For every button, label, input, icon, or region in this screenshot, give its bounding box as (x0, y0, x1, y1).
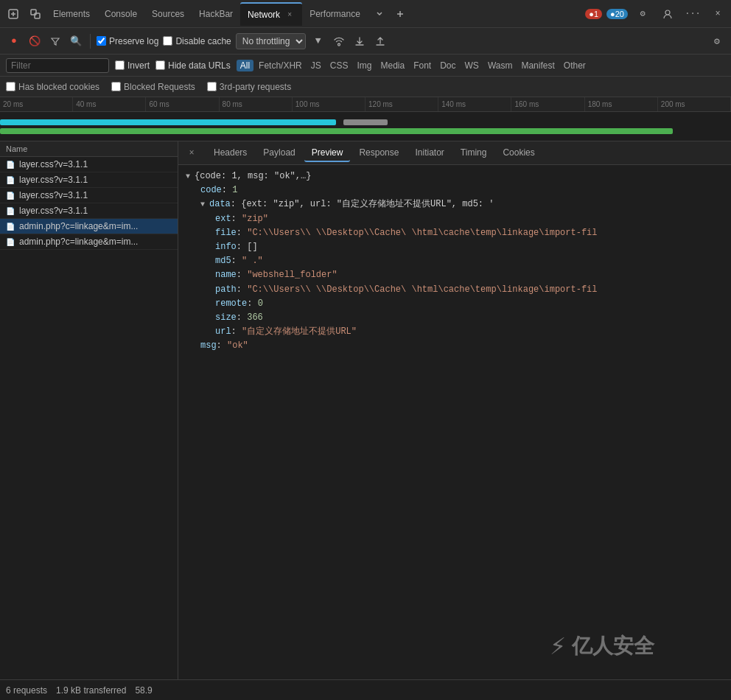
third-party-label[interactable]: 3rd-party requests (207, 82, 291, 92)
timeline-tick: 60 ms (146, 97, 219, 111)
file-name: admin.php?c=linkage&m=im... (19, 221, 138, 231)
preserve-log-label[interactable]: Preserve log (97, 36, 158, 46)
import-button[interactable] (351, 33, 368, 49)
file-item[interactable]: 📄admin.php?c=linkage&m=im... (0, 234, 178, 250)
filter-type-font[interactable]: Font (410, 60, 435, 71)
invert-checkbox[interactable] (115, 60, 125, 70)
filter-type-fetch/xhr[interactable]: Fetch/XHR (255, 60, 306, 71)
timeline-tick: 100 ms (293, 97, 366, 111)
timeline-tick: 160 ms (511, 97, 584, 111)
filter-icon[interactable] (47, 33, 63, 49)
file-list: 📄layer.css?v=3.1.1📄layer.css?v=3.1.1📄lay… (0, 157, 178, 679)
filter-type-css[interactable]: CSS (326, 60, 352, 71)
third-party-checkbox[interactable] (207, 82, 217, 91)
hide-data-urls-label[interactable]: Hide data URLs (155, 60, 231, 71)
timeline-tick: 140 ms (438, 97, 511, 111)
preserve-log-checkbox[interactable] (97, 36, 106, 46)
throttle-select[interactable]: No throttling (236, 33, 306, 49)
json-line: code: 1 (186, 183, 724, 197)
json-line: info: [] (186, 240, 724, 254)
file-item[interactable]: 📄layer.css?v=3.1.1 (0, 157, 178, 172)
invert-label[interactable]: Invert (115, 60, 150, 71)
file-name: admin.php?c=linkage&m=im... (19, 237, 138, 247)
requests-count: 6 requests (6, 685, 47, 696)
clear-button[interactable]: 🚫 (27, 33, 43, 49)
disable-cache-label[interactable]: Disable cache (163, 36, 231, 46)
blocked-requests-checkbox[interactable] (111, 82, 121, 91)
filter-type-manifest[interactable]: Manifest (517, 60, 558, 71)
filter-type-media[interactable]: Media (377, 60, 408, 71)
blocked-cookies-label[interactable]: Has blocked cookies (6, 82, 99, 92)
json-line: remote: 0 (186, 297, 724, 311)
transferred-size: 1.9 kB transferred (56, 685, 126, 696)
filter-type-js[interactable]: JS (307, 60, 325, 71)
json-line: ▼ {code: 1, msg: "ok",…} (186, 169, 724, 183)
detail-tab-payload[interactable]: Payload (256, 144, 302, 162)
file-name: layer.css?v=3.1.1 (19, 206, 88, 216)
tab-network-close[interactable]: × (284, 10, 295, 20)
new-tab-icon[interactable] (390, 4, 410, 24)
timeline-bars (0, 112, 731, 141)
tab-performance[interactable]: Performance (302, 2, 368, 26)
disable-cache-checkbox[interactable] (163, 36, 172, 46)
inspect-icon[interactable] (25, 4, 46, 24)
more-options-icon[interactable]: ··· (682, 4, 703, 24)
detail-tab-cookies[interactable]: Cookies (495, 144, 542, 162)
status-bar: 6 requests 1.9 kB transferred 58.9 (0, 679, 731, 700)
timeline-tick: 40 ms (73, 97, 146, 111)
devtools-icon[interactable] (3, 4, 24, 24)
filter-input[interactable] (6, 58, 109, 73)
filter-type-ws[interactable]: WS (461, 60, 483, 71)
profile-icon[interactable] (657, 4, 678, 24)
tab-network[interactable]: Network × (240, 2, 302, 26)
filter-bar: Invert Hide data URLs AllFetch/XHRJSCSSI… (0, 55, 731, 77)
preview-content: ▼ {code: 1, msg: "ok",…}code: 1▼ data: {… (178, 165, 731, 679)
json-triangle[interactable]: ▼ (186, 171, 195, 183)
tab-bar-right: ● 1 ● 20 ⚙ ··· × (585, 4, 728, 24)
file-item[interactable]: 📄layer.css?v=3.1.1 (0, 172, 178, 188)
filter-type-other[interactable]: Other (560, 60, 590, 71)
search-button[interactable]: 🔍 (68, 33, 84, 49)
filter-type-img[interactable]: Img (353, 60, 375, 71)
filter-type-wasm[interactable]: Wasm (484, 60, 517, 71)
tab-elements[interactable]: Elements (46, 2, 97, 26)
json-triangle[interactable]: ▼ (200, 199, 209, 211)
detail-close-button[interactable]: × (184, 146, 199, 161)
hide-data-urls-checkbox[interactable] (155, 60, 165, 70)
detail-tab-timing[interactable]: Timing (453, 144, 494, 162)
json-line: md5: " ." (186, 254, 724, 268)
detail-tab-headers[interactable]: Headers (206, 144, 254, 162)
filter-type-doc[interactable]: Doc (436, 60, 459, 71)
file-item[interactable]: 📄layer.css?v=3.1.1 (0, 188, 178, 203)
wifi-icon[interactable] (331, 33, 347, 49)
json-line: path: "C:\\Users\\ \\Desktop\\Cache\ \ht… (186, 283, 724, 297)
filter-type-all[interactable]: All (237, 60, 253, 71)
blocked-cookies-checkbox[interactable] (6, 82, 15, 91)
detail-tab-response[interactable]: Response (351, 144, 406, 162)
tab-sources[interactable]: Sources (144, 2, 192, 26)
record-button[interactable]: ● (6, 33, 22, 49)
detail-tabs-list: HeadersPayloadPreviewResponseInitiatorTi… (206, 144, 542, 162)
timeline-tick: 180 ms (585, 97, 658, 111)
settings-icon[interactable]: ⚙ (632, 4, 653, 24)
left-panel: Name 📄layer.css?v=3.1.1📄layer.css?v=3.1.… (0, 141, 178, 679)
checkbox-bar: Has blocked cookies Blocked Requests 3rd… (0, 77, 731, 97)
tab-hackbar[interactable]: HackBar (192, 2, 240, 26)
warning-badge: ● 20 (606, 9, 628, 19)
throttle-dropdown-icon[interactable]: ▼ (310, 33, 326, 49)
settings-toolbar-icon[interactable]: ⚙ (709, 33, 725, 49)
file-item[interactable]: 📄admin.php?c=linkage&m=im... (0, 219, 178, 234)
export-button[interactable] (372, 33, 388, 49)
more-tabs-icon[interactable] (369, 4, 390, 24)
detail-tab-preview[interactable]: Preview (304, 144, 351, 162)
blocked-requests-label[interactable]: Blocked Requests (111, 82, 195, 92)
json-line: size: 366 (186, 311, 724, 325)
separator (90, 34, 91, 49)
file-item[interactable]: 📄layer.css?v=3.1.1 (0, 203, 178, 219)
tab-console[interactable]: Console (97, 2, 144, 26)
other-stat: 58.9 (135, 685, 152, 696)
detail-tab-initiator[interactable]: Initiator (408, 144, 451, 162)
close-devtools-icon[interactable]: × (707, 4, 728, 24)
svg-point-3 (665, 10, 670, 15)
file-icon: 📄 (6, 161, 15, 169)
